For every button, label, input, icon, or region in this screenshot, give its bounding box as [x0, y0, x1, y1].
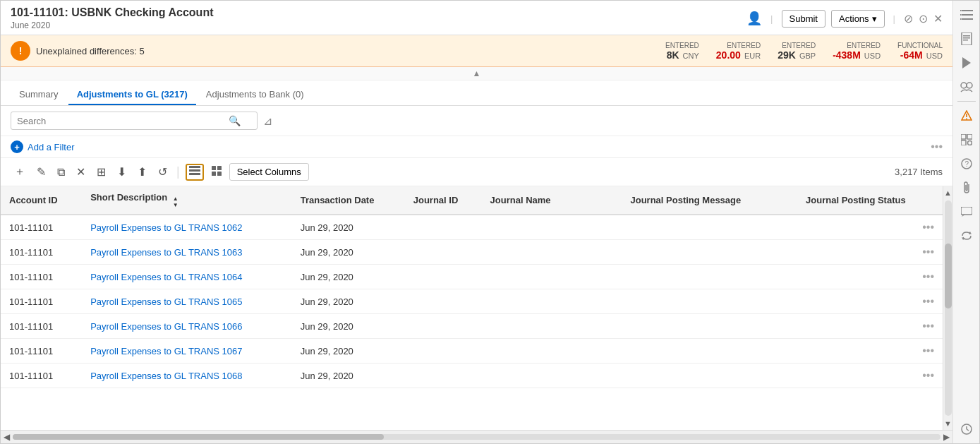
sidebar-grid-settings-icon[interactable]: [955, 128, 978, 151]
cell-journal-posting-status: •••: [797, 364, 943, 388]
currency-gbp: ENTERED 29K GBP: [778, 42, 816, 61]
submit-button[interactable]: Submit: [782, 10, 825, 28]
cell-journal-posting-status: •••: [797, 265, 943, 289]
cell-account-id: 101-11101: [1, 215, 82, 240]
row-actions-icon[interactable]: •••: [922, 270, 934, 283]
page-subtitle: June 2020: [11, 20, 214, 30]
table-row: 101-11101 Payroll Expenses to GL TRANS 1…: [1, 289, 943, 314]
view-mode-button[interactable]: [186, 164, 204, 181]
search-icon[interactable]: 🔍: [229, 115, 241, 126]
cell-short-desc[interactable]: Payroll Expenses to GL TRANS 1067: [82, 339, 292, 364]
scroll-track: [945, 200, 952, 416]
table-scroll-area[interactable]: Account ID Short Description ▲▼ Transact…: [1, 186, 943, 430]
edit-button[interactable]: ✎: [33, 163, 49, 181]
grid-view-button[interactable]: [208, 164, 225, 181]
cell-short-desc[interactable]: Payroll Expenses to GL TRANS 1065: [82, 289, 292, 314]
search-bar: 🔍 ⊿: [1, 106, 952, 136]
table-row: 101-11101 Payroll Expenses to GL TRANS 1…: [1, 265, 943, 289]
currency-usd-entered: ENTERED -438M USD: [833, 42, 881, 61]
row-actions-icon[interactable]: •••: [922, 369, 934, 382]
row-actions-icon[interactable]: •••: [922, 221, 934, 234]
table-row: 101-11101 Payroll Expenses to GL TRANS 1…: [1, 339, 943, 364]
scroll-left-button[interactable]: ◀: [4, 432, 10, 442]
tab-bar: Summary Adjustments to GL (3217) Adjustm…: [1, 80, 952, 106]
svg-rect-4: [217, 166, 222, 170]
columns-button[interactable]: ⊞: [93, 163, 109, 181]
svg-rect-1: [189, 169, 200, 172]
cell-trans-date: Jun 29, 2020: [292, 215, 405, 240]
cell-journal-id: [405, 289, 482, 314]
close-icon[interactable]: ✕: [933, 12, 943, 25]
currency-cny: ENTERED 8K CNY: [665, 42, 699, 61]
cell-journal-name: [482, 339, 622, 364]
cell-journal-posting-msg: [622, 314, 797, 339]
sidebar-help-icon[interactable]: ?: [955, 152, 978, 175]
cell-short-desc[interactable]: Payroll Expenses to GL TRANS 1066: [82, 314, 292, 339]
sidebar-clock-icon[interactable]: [955, 418, 978, 440]
row-actions-icon[interactable]: •••: [922, 344, 934, 357]
sidebar-play-icon[interactable]: [955, 52, 978, 74]
filter-icon[interactable]: ⊿: [263, 114, 272, 128]
cell-journal-name: [482, 314, 622, 339]
scroll-up-button[interactable]: ▲: [944, 186, 952, 199]
row-actions-icon[interactable]: •••: [922, 246, 934, 258]
search-input-wrap[interactable]: 🔍: [11, 112, 258, 130]
row-actions-icon[interactable]: •••: [922, 295, 934, 308]
collapse-icon: ▲: [473, 68, 481, 78]
warning-icon: !: [11, 41, 30, 61]
delete-button[interactable]: ✕: [73, 163, 89, 181]
col-journal-id: Journal ID: [405, 186, 482, 215]
sidebar-list-icon[interactable]: [955, 4, 978, 26]
cell-trans-date: Jun 29, 2020: [292, 240, 405, 265]
sidebar-attachment-icon[interactable]: [955, 176, 978, 199]
search-input[interactable]: [17, 116, 229, 126]
cell-journal-posting-status: •••: [797, 215, 943, 240]
collapse-bar[interactable]: ▲: [1, 67, 952, 80]
scroll-right-button[interactable]: ▶: [943, 432, 950, 442]
toolbar: ＋ ✎ ⧉ ✕ ⊞ ⬇ ⬆ ↺ |: [1, 158, 952, 186]
cell-short-desc[interactable]: Payroll Expenses to GL TRANS 1063: [82, 240, 292, 265]
cell-journal-posting-status: •••: [797, 289, 943, 314]
previous-icon[interactable]: ⊘: [904, 12, 913, 25]
cell-account-id: 101-11101: [1, 289, 82, 314]
tab-adjustments-gl[interactable]: Adjustments to GL (3217): [68, 85, 196, 105]
cell-short-desc[interactable]: Payroll Expenses to GL TRANS 1062: [82, 215, 292, 240]
row-actions-icon[interactable]: •••: [922, 320, 934, 332]
svg-rect-6: [217, 172, 222, 176]
svg-rect-13: [962, 32, 972, 45]
more-options-icon[interactable]: •••: [931, 140, 943, 153]
svg-rect-9: [962, 18, 973, 20]
sidebar-group-icon[interactable]: [955, 76, 978, 98]
refresh-button[interactable]: ↺: [155, 163, 171, 181]
table-row: 101-11101 Payroll Expenses to GL TRANS 1…: [1, 314, 943, 339]
svg-line-35: [967, 429, 969, 431]
table-row: 101-11101 Payroll Expenses to GL TRANS 1…: [1, 364, 943, 388]
cell-journal-id: [405, 240, 482, 265]
cell-short-desc[interactable]: Payroll Expenses to GL TRANS 1068: [82, 364, 292, 388]
vertical-scrollbar[interactable]: ▲ ▼: [943, 186, 952, 430]
tab-adjustments-bank[interactable]: Adjustments to Bank (0): [198, 85, 313, 105]
horizontal-scrollbar[interactable]: ◀ ▶: [1, 430, 952, 443]
actions-button[interactable]: Actions ▾: [831, 10, 885, 28]
tab-summary[interactable]: Summary: [11, 85, 67, 105]
table-row: 101-11101 Payroll Expenses to GL TRANS 1…: [1, 240, 943, 265]
user-icon: 👤: [746, 11, 762, 26]
next-icon[interactable]: ⊙: [919, 12, 928, 25]
cell-trans-date: Jun 29, 2020: [292, 265, 405, 289]
export-button[interactable]: ⬆: [134, 163, 150, 181]
cell-short-desc[interactable]: Payroll Expenses to GL TRANS 1064: [82, 265, 292, 289]
sidebar-chat-icon[interactable]: [955, 200, 978, 223]
table-section: Account ID Short Description ▲▼ Transact…: [1, 186, 952, 430]
select-columns-button[interactable]: Select Columns: [229, 163, 309, 181]
sidebar-refresh-icon[interactable]: [955, 224, 978, 247]
add-filter-button[interactable]: + Add a Filter: [11, 140, 74, 153]
sidebar-report-icon[interactable]: [955, 28, 978, 50]
add-record-button[interactable]: ＋: [11, 162, 29, 181]
cell-trans-date: Jun 29, 2020: [292, 339, 405, 364]
copy-button[interactable]: ⧉: [54, 164, 68, 181]
warning-message: Unexplained differences: 5: [36, 46, 145, 56]
import-button[interactable]: ⬇: [114, 163, 130, 181]
cell-trans-date: Jun 29, 2020: [292, 364, 405, 388]
sidebar-alert-icon[interactable]: [955, 104, 978, 127]
scroll-down-button[interactable]: ▼: [944, 417, 952, 430]
